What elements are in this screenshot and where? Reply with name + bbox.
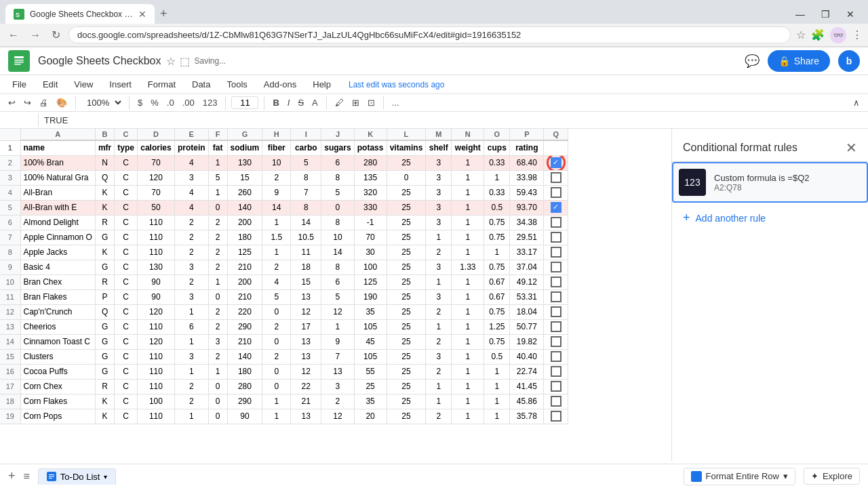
table-cell[interactable]: 2	[174, 230, 208, 245]
table-cell[interactable]: 3	[426, 289, 452, 304]
table-cell[interactable]: 25	[387, 200, 426, 215]
table-cell[interactable]: 29.51	[510, 230, 544, 245]
table-cell[interactable]: G	[95, 334, 114, 349]
table-cell[interactable]: 280	[354, 155, 387, 170]
table-cell[interactable]: 125	[227, 245, 262, 260]
back-button[interactable]: ←	[5, 28, 22, 43]
table-cell[interactable]: 2	[262, 319, 291, 334]
menu-addons[interactable]: Add-ons	[257, 77, 303, 92]
table-cell[interactable]: Bran Chex	[20, 274, 95, 289]
active-tab[interactable]: S Google Sheets Checkbox - Goog... ✕	[5, 4, 155, 24]
table-cell[interactable]: 25	[387, 379, 426, 394]
table-cell[interactable]: 4	[174, 185, 208, 200]
checkbox[interactable]	[551, 172, 561, 183]
table-cell[interactable]: 2	[262, 170, 291, 185]
table-cell[interactable]: 0.5	[484, 200, 510, 215]
table-cell[interactable]: P	[95, 289, 114, 304]
table-cell[interactable]: 1	[262, 245, 291, 260]
checkbox[interactable]	[551, 217, 561, 228]
table-cell[interactable]: 25	[387, 274, 426, 289]
table-cell[interactable]: 1	[452, 334, 484, 349]
table-cell[interactable]: 110	[137, 379, 174, 394]
table-cell[interactable]: 3	[174, 289, 208, 304]
profile-icon[interactable]: 👓	[830, 27, 846, 43]
table-cell[interactable]: 3	[174, 170, 208, 185]
table-cell[interactable]: 0.75	[484, 230, 510, 245]
checkbox-cell[interactable]	[544, 200, 568, 215]
table-cell[interactable]: 12	[291, 364, 321, 379]
table-cell[interactable]: 200	[227, 274, 262, 289]
table-cell[interactable]: 8	[291, 200, 321, 215]
table-cell[interactable]: 1	[452, 170, 484, 185]
table-cell[interactable]: C	[115, 334, 138, 349]
menu-file[interactable]: File	[5, 77, 33, 92]
table-cell[interactable]: 1	[426, 379, 452, 394]
table-cell[interactable]: 50.77	[510, 319, 544, 334]
user-avatar[interactable]: b	[838, 50, 860, 72]
table-cell[interactable]: 3	[174, 349, 208, 364]
tab-close-icon[interactable]: ✕	[138, 9, 146, 20]
table-cell[interactable]: 15	[227, 170, 262, 185]
table-cell[interactable]: 53.31	[510, 289, 544, 304]
table-cell[interactable]: 68.40	[510, 155, 544, 170]
table-cell[interactable]: All-Bran with E	[20, 200, 95, 215]
table-cell[interactable]: 3	[426, 170, 452, 185]
table-cell[interactable]: 7	[291, 185, 321, 200]
table-cell[interactable]: 21	[291, 394, 321, 409]
checkbox[interactable]	[551, 351, 561, 362]
table-cell[interactable]: 1	[321, 319, 354, 334]
strikethrough-button[interactable]: S	[295, 96, 307, 109]
star-icon[interactable]: ☆	[166, 55, 176, 68]
explore-button[interactable]: ✦ Explore	[804, 468, 860, 485]
table-cell[interactable]: 1	[174, 409, 208, 424]
checkbox[interactable]	[551, 396, 561, 407]
table-cell[interactable]: 1	[452, 409, 484, 424]
table-cell[interactable]: 5	[321, 185, 354, 200]
paint-format-button[interactable]: 🎨	[54, 96, 70, 109]
maximize-button[interactable]: ❐	[813, 4, 838, 24]
checkbox-cell[interactable]	[544, 289, 568, 304]
table-cell[interactable]: 18	[291, 260, 321, 274]
table-cell[interactable]: 5	[262, 289, 291, 304]
table-cell[interactable]: 0.33	[484, 185, 510, 200]
share-button[interactable]: 🔒 Share	[768, 50, 830, 72]
table-cell[interactable]: 110	[137, 349, 174, 364]
table-cell[interactable]: 17	[291, 319, 321, 334]
table-cell[interactable]: 3	[208, 334, 227, 349]
table-cell[interactable]: 2	[426, 364, 452, 379]
col-header-O[interactable]: O	[484, 129, 510, 140]
table-cell[interactable]: C	[115, 304, 138, 319]
table-cell[interactable]: 1	[452, 394, 484, 409]
checkbox-cell[interactable]	[544, 364, 568, 379]
table-cell[interactable]: 320	[354, 185, 387, 200]
checkbox[interactable]	[551, 291, 561, 302]
table-cell[interactable]: 90	[137, 274, 174, 289]
table-cell[interactable]: 25	[387, 304, 426, 319]
table-cell[interactable]: 110	[137, 409, 174, 424]
checkbox-cell[interactable]	[544, 304, 568, 319]
formula-content[interactable]: TRUE	[44, 115, 863, 125]
table-cell[interactable]: 180	[227, 230, 262, 245]
table-cell[interactable]: 25	[387, 260, 426, 274]
col-header-F[interactable]: F	[208, 129, 227, 140]
table-cell[interactable]: 4	[262, 274, 291, 289]
table-cell[interactable]: 19.82	[510, 334, 544, 349]
col-header-M[interactable]: M	[426, 129, 452, 140]
table-cell[interactable]: 8	[321, 170, 354, 185]
format-entire-row-button[interactable]: Format Entire Row ▾	[684, 468, 795, 485]
table-cell[interactable]: 100% Bran	[20, 155, 95, 170]
table-cell[interactable]: 1	[452, 364, 484, 379]
checkbox-cell[interactable]	[544, 260, 568, 274]
table-cell[interactable]: 1	[452, 230, 484, 245]
table-cell[interactable]: 2	[426, 245, 452, 260]
table-cell[interactable]: 20	[354, 409, 387, 424]
table-cell[interactable]: 1	[208, 364, 227, 379]
table-cell[interactable]: 5	[208, 170, 227, 185]
table-cell[interactable]: 93.70	[510, 200, 544, 215]
menu-edit[interactable]: Edit	[36, 77, 64, 92]
italic-button[interactable]: I	[285, 96, 293, 109]
checkbox[interactable]	[551, 381, 561, 392]
table-cell[interactable]: C	[115, 364, 138, 379]
menu-data[interactable]: Data	[185, 77, 217, 92]
bookmark-icon[interactable]: ☆	[796, 28, 806, 41]
